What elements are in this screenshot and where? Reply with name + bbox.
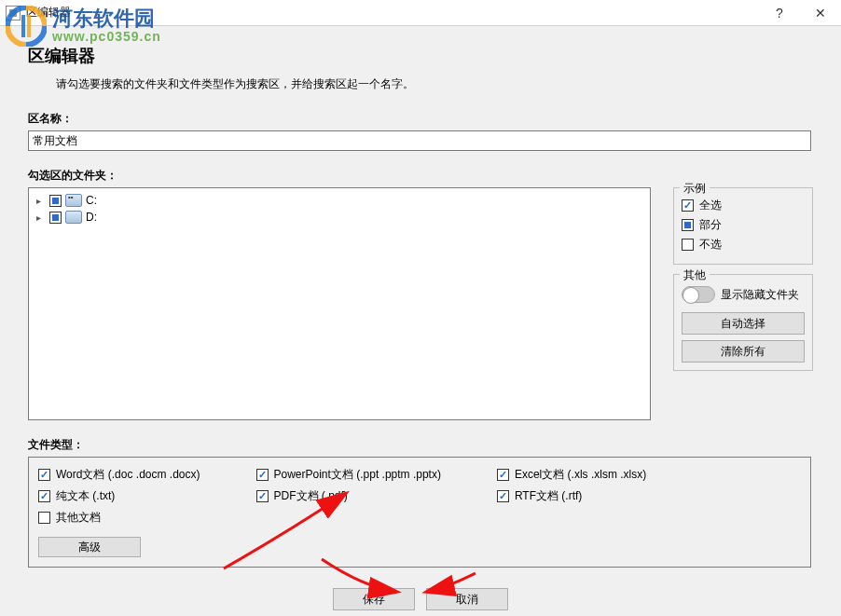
zone-name-input[interactable]: [28, 130, 811, 151]
cancel-button[interactable]: 取消: [426, 588, 508, 610]
filetype-word[interactable]: Word文档 (.doc .docm .docx): [38, 467, 200, 483]
legend-all-checkbox: [682, 199, 694, 212]
drive-c-checkbox[interactable]: [49, 195, 62, 207]
tree-item-c[interactable]: ▸ C:: [33, 192, 646, 209]
drive-c-label: C:: [86, 194, 97, 207]
filetype-other[interactable]: 其他文档: [38, 510, 200, 526]
label-ppt: PowerPoint文档 (.ppt .pptm .pptx): [274, 467, 441, 483]
side-panel: 示例 全选 部分 不选 其他 显示隐藏文件夹: [673, 187, 813, 420]
checkbox-word[interactable]: [38, 469, 50, 481]
page-title: 区编辑器: [28, 45, 813, 67]
other-title: 其他: [680, 267, 710, 283]
show-hidden-label: 显示隐藏文件夹: [721, 287, 799, 303]
help-button[interactable]: ?: [759, 0, 800, 26]
filetype-plaintext[interactable]: 纯文本 (.txt): [38, 488, 200, 504]
legend-none: 不选: [682, 237, 805, 253]
legend-all-label: 全选: [699, 198, 722, 213]
drive-icon: [65, 194, 82, 207]
legend-group: 示例 全选 部分 不选: [673, 187, 813, 265]
window-icon: [6, 6, 21, 21]
label-word: Word文档 (.doc .docm .docx): [56, 467, 200, 483]
other-group: 其他 显示隐藏文件夹 自动选择 清除所有: [673, 274, 813, 371]
bottom-bar: 保存 取消: [28, 588, 813, 610]
legend-all: 全选: [682, 198, 805, 213]
drive-d-checkbox[interactable]: [49, 212, 62, 224]
legend-partial: 部分: [682, 217, 805, 233]
legend-none-checkbox: [682, 239, 694, 251]
drive-d-label: D:: [86, 211, 97, 224]
label-plaintext: 纯文本 (.txt): [56, 488, 115, 504]
checkbox-rtf[interactable]: [497, 490, 509, 502]
filetype-ppt[interactable]: PowerPoint文档 (.ppt .pptm .pptx): [256, 467, 441, 483]
folder-tree[interactable]: ▸ C: ▸ D:: [28, 187, 651, 420]
description-text: 请勾选要搜索的文件夹和文件类型作为搜索区，并给搜索区起一个名字。: [56, 76, 813, 92]
checkbox-excel[interactable]: [497, 469, 509, 481]
legend-title: 示例: [680, 181, 710, 197]
filetype-excel[interactable]: Excel文档 (.xls .xlsm .xlsx): [497, 467, 646, 483]
window-controls: ? ✕: [759, 0, 841, 26]
show-hidden-toggle[interactable]: [682, 286, 715, 303]
zone-name-label: 区名称：: [28, 111, 813, 127]
checkbox-plaintext[interactable]: [38, 490, 50, 502]
dialog-content: 区编辑器 请勾选要搜索的文件夹和文件类型作为搜索区，并给搜索区起一个名字。 区名…: [0, 26, 841, 616]
legend-partial-label: 部分: [699, 217, 722, 233]
tree-item-d[interactable]: ▸ D:: [33, 209, 646, 226]
filetype-rtf[interactable]: RTF文档 (.rtf): [497, 488, 646, 504]
drive-icon: [65, 211, 82, 224]
expand-icon[interactable]: ▸: [36, 196, 46, 206]
label-rtf: RTF文档 (.rtf): [515, 488, 582, 504]
filetype-pdf[interactable]: PDF文档 (.pdf): [256, 488, 441, 504]
label-other: 其他文档: [56, 510, 101, 526]
advanced-button[interactable]: 高级: [38, 537, 141, 557]
legend-none-label: 不选: [699, 237, 722, 253]
label-excel: Excel文档 (.xls .xlsm .xlsx): [515, 467, 646, 483]
title-bar: 区编辑器 ? ✕: [0, 0, 841, 26]
save-button[interactable]: 保存: [333, 588, 415, 610]
window-title: 区编辑器: [26, 5, 71, 21]
auto-select-button[interactable]: 自动选择: [682, 312, 805, 335]
label-pdf: PDF文档 (.pdf): [274, 488, 348, 504]
checkbox-other[interactable]: [38, 512, 50, 524]
filetypes-label: 文件类型：: [28, 437, 813, 453]
legend-partial-checkbox: [682, 219, 694, 231]
close-button[interactable]: ✕: [800, 0, 841, 26]
checkbox-ppt[interactable]: [256, 469, 269, 481]
expand-icon[interactable]: ▸: [36, 212, 46, 223]
clear-all-button[interactable]: 清除所有: [682, 340, 805, 363]
checkbox-pdf[interactable]: [256, 490, 269, 502]
filetypes-box: Word文档 (.doc .docm .docx) 纯文本 (.txt) 其他文…: [28, 457, 811, 568]
